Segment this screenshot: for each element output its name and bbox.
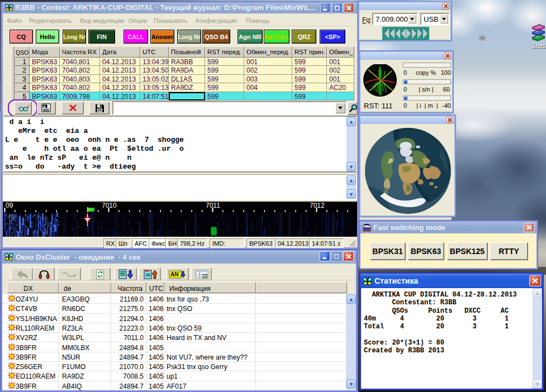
svg-text:7010: 7010	[102, 202, 117, 209]
svg-text:09: 09	[6, 202, 13, 209]
svg-text:7011: 7011	[206, 202, 220, 209]
svg-text:A: A	[43, 105, 46, 109]
svg-text:7012: 7012	[310, 202, 325, 209]
svg-text:AN: AN	[170, 271, 178, 278]
